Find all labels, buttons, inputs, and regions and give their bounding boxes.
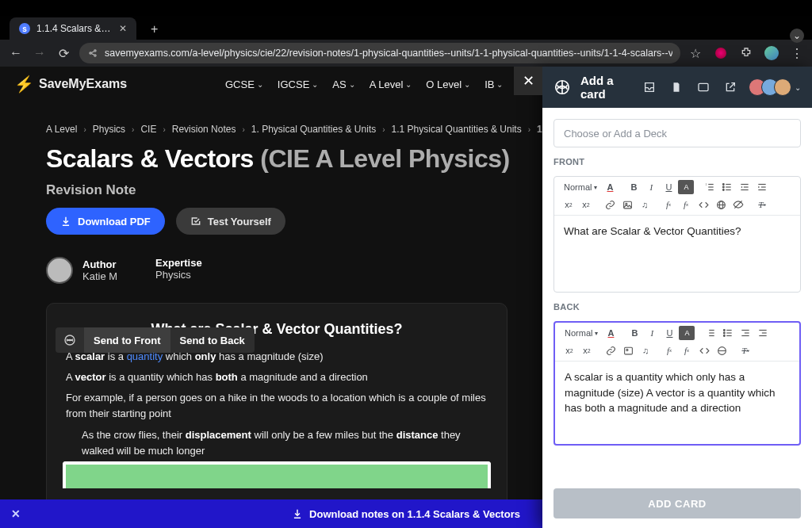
new-tab-button[interactable]: + (144, 19, 164, 40)
italic-icon[interactable]: I (643, 180, 659, 194)
profile-avatar[interactable] (764, 46, 779, 60)
back-editor[interactable]: Normal▾ A B I U A x2 x2 (553, 321, 801, 446)
italic-icon[interactable]: I (644, 326, 660, 340)
crumb[interactable]: 1. Physical Quantities & Units (251, 124, 376, 135)
svg-text:1: 1 (706, 182, 707, 186)
bookmark-star-icon[interactable]: ☆ (688, 46, 703, 60)
globe-icon[interactable] (713, 197, 729, 212)
image-icon[interactable] (619, 197, 635, 212)
underline-icon[interactable]: U (661, 326, 677, 340)
add-card-button[interactable]: ADD CARD (553, 488, 801, 518)
browser-tab[interactable]: s 1.1.4 Scalars & Vectors | CIE ... ✕ (10, 17, 136, 40)
list-ordered-icon[interactable]: 1 (702, 180, 718, 194)
tab-favicon: s (19, 23, 30, 34)
crumb[interactable]: CIE (140, 124, 156, 135)
underline-icon[interactable]: U (661, 180, 676, 194)
highlight-icon[interactable]: A (679, 326, 695, 340)
link-icon[interactable] (602, 197, 618, 212)
function-alt-icon[interactable]: fx (678, 197, 694, 212)
indent-icon[interactable] (755, 326, 771, 340)
site-logo[interactable]: ⚡ SaveMyExams (14, 75, 127, 94)
function-icon[interactable]: fx (661, 197, 676, 212)
send-toolbar-icon (56, 334, 84, 346)
panel-close-button[interactable]: ✕ (514, 67, 542, 95)
author-label: Author (82, 258, 117, 270)
crumb[interactable]: 1.1 Physical Quantities & Units (392, 124, 522, 135)
svg-line-3 (91, 52, 94, 53)
deck-select[interactable]: Choose or Add a Deck (553, 119, 801, 147)
nav-as[interactable]: AS⌄ (332, 78, 354, 90)
svg-point-39 (724, 335, 726, 337)
bold-icon[interactable]: B (626, 180, 642, 194)
address-bar[interactable]: savemyexams.com/a-level/physics/cie/22/r… (79, 43, 680, 63)
banner-close-icon[interactable]: ✕ (11, 507, 21, 520)
code-icon[interactable] (695, 197, 711, 212)
clear-format-icon[interactable]: Tx (754, 197, 770, 212)
audio-icon[interactable]: ♫ (638, 343, 653, 358)
function-icon[interactable]: fx (661, 343, 677, 358)
nav-olevel[interactable]: O Level⌄ (426, 78, 470, 90)
superscript-icon[interactable]: x2 (561, 343, 577, 358)
superscript-icon[interactable]: x2 (561, 197, 576, 212)
nav-igcse[interactable]: IGCSE⌄ (278, 78, 318, 90)
folder-icon[interactable] (695, 78, 712, 96)
format-select[interactable]: Normal▾ (561, 328, 601, 338)
subscript-icon[interactable]: x2 (578, 197, 594, 212)
nav-gcse[interactable]: GCSE⌄ (225, 78, 263, 90)
test-yourself-button[interactable]: Test Yourself (176, 208, 285, 235)
extension-icon-1[interactable] (714, 46, 728, 60)
list-bullet-icon[interactable] (719, 180, 735, 194)
function-alt-icon[interactable]: fx (679, 343, 695, 358)
subscript-icon[interactable]: x2 (579, 343, 595, 358)
highlight-icon[interactable]: A (678, 180, 694, 194)
front-textarea[interactable]: What are Scalar & Vector Quantities? (554, 216, 800, 292)
banner-text: Download notes on 1.1.4 Scalars & Vector… (309, 508, 520, 520)
crumb[interactable]: Revision Notes (172, 124, 236, 135)
nav-reload-button[interactable]: ⟳ (56, 45, 71, 61)
window-expand-icon[interactable]: ⌄ (790, 29, 804, 43)
list-ordered-icon[interactable] (703, 326, 718, 340)
link-icon[interactable] (603, 343, 619, 358)
illustration-placeholder (63, 461, 491, 488)
svg-point-38 (724, 332, 726, 334)
image-icon[interactable] (620, 343, 636, 358)
extensions-icon[interactable] (739, 46, 753, 60)
code-icon[interactable] (696, 343, 712, 358)
site-settings-icon[interactable] (87, 48, 98, 59)
clear-format-icon[interactable]: Tx (737, 343, 753, 358)
svg-point-18 (723, 189, 725, 191)
front-editor[interactable]: Normal▾ A B I U A 1 x2 x2 (553, 176, 801, 293)
outdent-icon[interactable] (737, 326, 753, 340)
deck-placeholder: Choose or Add a Deck (564, 128, 667, 140)
svg-point-0 (90, 52, 91, 54)
back-textarea[interactable]: A scalar is a quantity which only has a … (555, 362, 799, 444)
document-icon[interactable] (668, 78, 685, 96)
nav-ib[interactable]: IB⌄ (485, 78, 503, 90)
inbox-icon[interactable] (641, 78, 658, 96)
audio-icon[interactable]: ♫ (637, 197, 653, 212)
back-toolbar: Normal▾ A B I U A x2 x2 (555, 323, 799, 362)
crumb[interactable]: A Level (46, 124, 77, 135)
nav-back-button[interactable]: ← (8, 45, 24, 61)
svg-point-37 (724, 330, 726, 331)
bold-icon[interactable]: B (626, 326, 642, 340)
send-to-back-button[interactable]: Send to Back (170, 327, 255, 353)
nav-alevel[interactable]: A Level⌄ (370, 78, 412, 90)
indent-icon[interactable] (754, 180, 770, 194)
panel-title: Add a card (580, 74, 631, 101)
hide-icon[interactable] (730, 197, 746, 212)
globe-icon[interactable] (714, 343, 730, 358)
download-pdf-button[interactable]: Download PDF (46, 208, 165, 235)
open-external-icon[interactable] (722, 78, 739, 96)
format-select[interactable]: Normal▾ (561, 182, 600, 192)
chevron-down-icon: ⌄ (795, 83, 801, 92)
text-color-icon[interactable]: A (602, 180, 618, 194)
text-color-icon[interactable]: A (603, 326, 619, 340)
tab-close-icon[interactable]: ✕ (119, 23, 127, 34)
outdent-icon[interactable] (737, 180, 753, 194)
send-to-front-button[interactable]: Send to Front (84, 327, 170, 353)
list-bullet-icon[interactable] (720, 326, 736, 340)
chrome-menu-icon[interactable]: ⋮ (790, 46, 804, 60)
user-menu[interactable]: ⌄ (749, 78, 801, 96)
crumb[interactable]: Physics (93, 124, 125, 135)
